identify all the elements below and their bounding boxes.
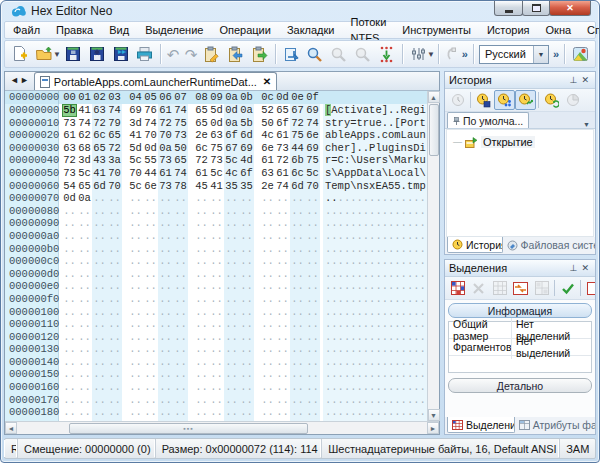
hex-byte-cell[interactable]: .. xyxy=(239,255,254,268)
find-in-files-button[interactable] xyxy=(375,42,399,66)
hex-byte-cell[interactable]: .. xyxy=(107,255,122,268)
pin-icon[interactable]: ⊥ xyxy=(568,75,580,85)
hex-byte-cell[interactable]: 6b xyxy=(290,154,305,167)
hex-byte-cell[interactable]: 5c xyxy=(128,180,143,193)
hex-byte-cell[interactable]: 72 xyxy=(92,117,107,130)
hex-byte-cell[interactable]: 3d xyxy=(77,154,92,167)
hex-byte-cell[interactable]: .. xyxy=(143,268,158,281)
hex-byte-cell[interactable]: 4c xyxy=(260,129,275,142)
hex-byte-cell[interactable]: 72 xyxy=(62,154,77,167)
menu-item[interactable]: Файл xyxy=(5,22,48,38)
ascii-cell[interactable]: ................ xyxy=(323,356,427,369)
hex-byte-cell[interactable]: .. xyxy=(194,280,209,293)
hex-byte-cell[interactable]: .. xyxy=(224,217,239,230)
hex-byte-cell[interactable]: .. xyxy=(209,394,224,407)
hex-byte-cell[interactable]: .. xyxy=(194,205,209,218)
hex-byte-cell[interactable]: .. xyxy=(158,406,173,419)
hex-byte-cell[interactable]: 67 xyxy=(290,104,305,117)
hex-byte-cell[interactable]: .. xyxy=(143,343,158,356)
hex-byte-cell[interactable]: 72 xyxy=(290,117,305,130)
hex-byte-cell[interactable]: .. xyxy=(224,394,239,407)
hex-byte-cell[interactable]: 61 xyxy=(158,167,173,180)
hex-byte-cell[interactable]: .. xyxy=(143,192,158,205)
hex-byte-cell[interactable]: .. xyxy=(224,255,239,268)
hex-byte-cell[interactable]: .. xyxy=(77,255,92,268)
hex-byte-cell[interactable]: .. xyxy=(305,406,320,419)
hex-byte-cell[interactable]: .. xyxy=(62,318,77,331)
hex-byte-cell[interactable]: .. xyxy=(194,381,209,394)
hex-byte-cell[interactable]: .. xyxy=(260,356,275,369)
save-button[interactable] xyxy=(61,42,85,66)
hex-byte-cell[interactable]: 65 xyxy=(173,154,188,167)
hex-byte-cell[interactable]: .. xyxy=(128,318,143,331)
panel-close-icon[interactable]: ✕ xyxy=(579,75,591,85)
hex-byte-cell[interactable]: .. xyxy=(224,280,239,293)
hex-byte-cell[interactable]: .. xyxy=(224,331,239,344)
hex-byte-cell[interactable]: .. xyxy=(62,268,77,281)
hex-byte-cell[interactable]: .. xyxy=(305,394,320,407)
hex-byte-cell[interactable]: .. xyxy=(92,255,107,268)
menu-item[interactable]: Закладки xyxy=(279,22,343,38)
hex-byte-cell[interactable]: .. xyxy=(260,255,275,268)
hex-byte-cell[interactable]: .. xyxy=(158,205,173,218)
hex-byte-cell[interactable]: .. xyxy=(290,394,305,407)
hex-byte-cell[interactable]: .. xyxy=(209,268,224,281)
hex-byte-cell[interactable]: .. xyxy=(260,217,275,230)
hex-byte-cell[interactable]: .. xyxy=(275,406,290,419)
hex-byte-cell[interactable]: .. xyxy=(275,217,290,230)
hex-byte-cell[interactable]: .. xyxy=(305,306,320,319)
hex-byte-cell[interactable]: 35 xyxy=(239,180,254,193)
hex-byte-cell[interactable]: .. xyxy=(290,293,305,306)
ascii-cell[interactable]: ................ xyxy=(323,243,427,256)
history-savepoint-button[interactable] xyxy=(473,90,494,110)
hex-byte-cell[interactable]: 6d xyxy=(290,180,305,193)
hex-byte-cell[interactable]: .. xyxy=(128,217,143,230)
hex-byte-cell[interactable]: .. xyxy=(107,381,122,394)
hex-byte-cell[interactable]: .. xyxy=(290,343,305,356)
hex-byte-cell[interactable]: .. xyxy=(275,356,290,369)
ascii-cell[interactable]: [Activate]..Regi xyxy=(323,104,427,117)
scroll-up-icon[interactable]: ▲ xyxy=(428,91,440,103)
settings-dropdown[interactable]: ▼ xyxy=(427,50,435,59)
hex-byte-cell[interactable]: .. xyxy=(260,306,275,319)
scroll-right-icon[interactable]: ► xyxy=(427,422,439,434)
hex-byte-cell[interactable]: .. xyxy=(158,255,173,268)
tab-history[interactable]: История xyxy=(447,237,503,253)
hex-byte-cell[interactable]: .. xyxy=(128,293,143,306)
ascii-cell[interactable]: ................ xyxy=(323,331,427,344)
hex-byte-cell[interactable]: 0a xyxy=(77,192,92,205)
invert-selection-button[interactable] xyxy=(510,278,531,298)
hex-byte-cell[interactable]: 6d xyxy=(92,180,107,193)
hex-byte-cell[interactable]: .. xyxy=(239,243,254,256)
hex-byte-cell[interactable]: 54 xyxy=(62,180,77,193)
hex-byte-cell[interactable]: .. xyxy=(107,331,122,344)
hex-byte-cell[interactable]: .. xyxy=(173,331,188,344)
hex-byte-cell[interactable]: .. xyxy=(107,356,122,369)
hex-byte-cell[interactable]: .. xyxy=(92,343,107,356)
hex-byte-cell[interactable]: .. xyxy=(209,368,224,381)
status-format[interactable]: Шестнадцатеричные байты, 16, Default ANS… xyxy=(321,439,559,458)
hex-byte-cell[interactable]: .. xyxy=(77,217,92,230)
hex-byte-cell[interactable]: .. xyxy=(158,356,173,369)
hex-byte-cell[interactable]: .. xyxy=(92,318,107,331)
hex-byte-cell[interactable]: .. xyxy=(92,293,107,306)
menu-item[interactable]: История xyxy=(479,22,538,38)
hex-byte-cell[interactable]: .. xyxy=(62,406,77,419)
hex-byte-cell[interactable]: .. xyxy=(158,192,173,205)
hex-byte-cell[interactable]: .. xyxy=(158,293,173,306)
hex-byte-cell[interactable]: 43 xyxy=(92,154,107,167)
hex-byte-cell[interactable]: 4c xyxy=(224,167,239,180)
hex-byte-cell[interactable]: .. xyxy=(275,306,290,319)
hex-byte-cell[interactable]: .. xyxy=(107,280,122,293)
hex-byte-cell[interactable]: .. xyxy=(158,280,173,293)
hex-byte-cell[interactable]: .. xyxy=(158,268,173,281)
hex-byte-cell[interactable]: .. xyxy=(62,368,77,381)
tab-selections[interactable]: Выделения xyxy=(447,417,515,433)
hex-byte-cell[interactable]: 6f xyxy=(224,129,239,142)
hex-byte-cell[interactable]: .. xyxy=(92,230,107,243)
history-back-button[interactable] xyxy=(447,90,468,110)
hex-byte-cell[interactable]: .. xyxy=(173,205,188,218)
hex-byte-cell[interactable]: .. xyxy=(194,268,209,281)
hex-byte-cell[interactable]: .. xyxy=(275,268,290,281)
hex-byte-cell[interactable]: .. xyxy=(77,394,92,407)
